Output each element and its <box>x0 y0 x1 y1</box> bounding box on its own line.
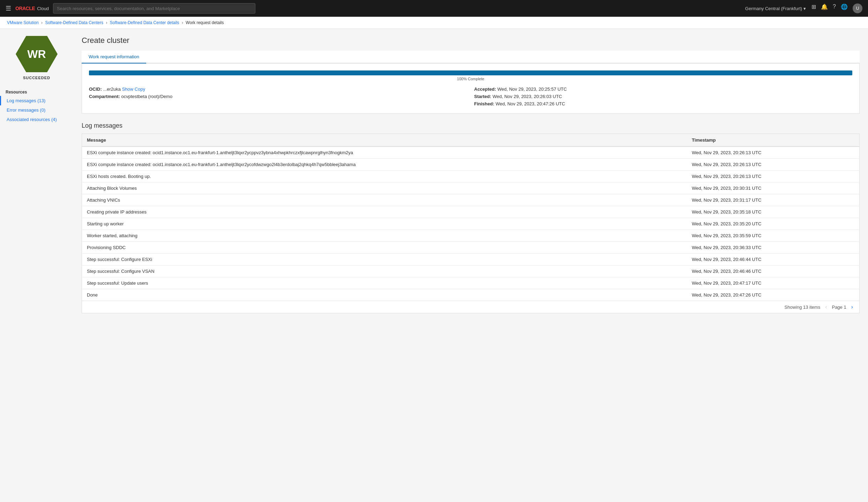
cell-message: Step successful: Update users <box>82 277 687 289</box>
progress-bar-outer <box>89 70 852 75</box>
started-label: Started: <box>474 94 491 99</box>
cell-timestamp: Wed, Nov 29, 2023, 20:26:13 UTC <box>687 147 859 159</box>
page-title: Create cluster <box>82 36 860 45</box>
sidebar-item-associated-resources[interactable]: Associated resources (4) <box>0 115 73 124</box>
cell-message: ESXi compute instance created: ocid1.ins… <box>82 147 687 159</box>
table-row: Step successful: Configure ESXi Wed, Nov… <box>82 254 860 265</box>
cell-timestamp: Wed, Nov 29, 2023, 20:46:46 UTC <box>687 265 859 277</box>
cell-message: Attaching Block Volumes <box>82 182 687 194</box>
log-messages-section-title: Log messages <box>82 122 860 129</box>
user-avatar[interactable]: U <box>853 3 862 13</box>
chevron-down-icon: ▾ <box>803 6 806 11</box>
table-footer: Showing 13 items ‹ Page 1 › <box>82 301 860 313</box>
table-row: Done Wed, Nov 29, 2023, 20:47:26 UTC <box>82 289 860 301</box>
breadcrumb-sep-2: › <box>106 20 107 25</box>
next-page-button[interactable]: › <box>850 304 854 310</box>
compartment-value-text: ocvptestbeta (root)/Demo <box>121 94 172 99</box>
accepted-value-text: Wed, Nov 29, 2023, 20:25:57 UTC <box>497 87 567 92</box>
cell-timestamp: Wed, Nov 29, 2023, 20:26:13 UTC <box>687 159 859 171</box>
cell-message: Step successful: Configure VSAN <box>82 265 687 277</box>
cell-timestamp: Wed, Nov 29, 2023, 20:30:31 UTC <box>687 182 859 194</box>
ocid-row: OCID: ...er2uka Show Copy <box>89 87 467 92</box>
page-indicator: Page 1 <box>832 305 846 310</box>
cell-timestamp: Wed, Nov 29, 2023, 20:47:17 UTC <box>687 277 859 289</box>
cell-message: Step successful: Configure ESXi <box>82 254 687 265</box>
showing-count: Showing 13 items <box>785 305 821 310</box>
compartment-label: Compartment: <box>89 94 120 99</box>
globe-icon[interactable]: 🌐 <box>841 3 848 13</box>
finished-value-text: Wed, Nov 29, 2023, 20:47:26 UTC <box>495 101 565 106</box>
tab-work-request-info[interactable]: Work request information <box>82 51 146 63</box>
sidebar-item-log-messages[interactable]: Log messages (13) <box>0 96 73 105</box>
cell-timestamp: Wed, Nov 29, 2023, 20:31:17 UTC <box>687 194 859 206</box>
cell-message: Creating private IP addresses <box>82 206 687 218</box>
oracle-logo-text: ORACLE <box>15 6 35 11</box>
info-grid: OCID: ...er2uka Show Copy Accepted: Wed,… <box>89 87 852 106</box>
finished-label: Finished: <box>474 101 494 106</box>
breadcrumb-sddc-details[interactable]: Software-Defined Data Center details <box>110 20 179 25</box>
top-nav: ☰ ORACLE Cloud Germany Central (Frankfur… <box>0 0 868 17</box>
nav-icons: ⊞ 🔔 ? 🌐 U <box>811 3 862 13</box>
ocid-label: OCID: <box>89 87 102 92</box>
cell-timestamp: Wed, Nov 29, 2023, 20:46:44 UTC <box>687 254 859 265</box>
breadcrumb-current: Work request details <box>186 20 224 25</box>
compartment-row: Compartment: ocvptestbeta (root)/Demo <box>89 94 467 99</box>
table-row: Creating private IP addresses Wed, Nov 2… <box>82 206 860 218</box>
status-badge: SUCCEEDED <box>23 76 50 80</box>
ocid-copy-link[interactable]: Copy <box>135 87 145 92</box>
breadcrumb-sep-3: › <box>182 20 183 25</box>
table-row: ESXi hosts created. Booting up. Wed, Nov… <box>82 171 860 182</box>
cell-message: Provisioning SDDC <box>82 242 687 254</box>
sidebar-section-label: Resources <box>0 87 73 96</box>
breadcrumb-vmware[interactable]: VMware Solution <box>7 20 39 25</box>
cell-message: ESXi compute instance created: ocid1.ins… <box>82 159 687 171</box>
finished-row: Finished: Wed, Nov 29, 2023, 20:47:26 UT… <box>474 101 852 106</box>
sidebar-icon-area: WR SUCCEEDED <box>0 36 73 87</box>
ocid-show-link[interactable]: Show <box>122 87 134 92</box>
table-row: Starting up worker Wed, Nov 29, 2023, 20… <box>82 218 860 230</box>
table-row: Provisioning SDDC Wed, Nov 29, 2023, 20:… <box>82 242 860 254</box>
progress-bar-inner <box>89 70 852 75</box>
breadcrumb-sddc-list[interactable]: Software-Defined Data Centers <box>45 20 103 25</box>
sidebar: WR SUCCEEDED Resources Log messages (13)… <box>0 29 73 502</box>
prev-page-button[interactable]: ‹ <box>824 304 828 310</box>
work-request-panel: 100% Complete OCID: ...er2uka Show Copy … <box>82 63 860 114</box>
col-timestamp: Timestamp <box>687 134 859 147</box>
breadcrumb: VMware Solution › Software-Defined Data … <box>0 17 868 29</box>
cell-message: Worker started, attaching <box>82 230 687 242</box>
badge-text: WR <box>27 48 46 61</box>
cell-timestamp: Wed, Nov 29, 2023, 20:47:26 UTC <box>687 289 859 301</box>
region-selector[interactable]: Germany Central (Frankfurt) ▾ <box>745 6 806 11</box>
table-row: Attaching VNICs Wed, Nov 29, 2023, 20:31… <box>82 194 860 206</box>
table-row: ESXi compute instance created: ocid1.ins… <box>82 147 860 159</box>
cell-timestamp: Wed, Nov 29, 2023, 20:26:13 UTC <box>687 171 859 182</box>
cell-message: Starting up worker <box>82 218 687 230</box>
table-row: Step successful: Configure VSAN Wed, Nov… <box>82 265 860 277</box>
progress-area: 100% Complete <box>89 70 852 81</box>
finished-row-placeholder <box>89 101 467 106</box>
region-label: Germany Central (Frankfurt) <box>745 6 802 11</box>
table-header-row: Message Timestamp <box>82 134 860 147</box>
table-row: Worker started, attaching Wed, Nov 29, 2… <box>82 230 860 242</box>
ocid-short: ...er2uka <box>103 87 121 92</box>
cell-timestamp: Wed, Nov 29, 2023, 20:36:33 UTC <box>687 242 859 254</box>
tab-bar: Work request information <box>82 51 860 63</box>
accepted-row: Accepted: Wed, Nov 29, 2023, 20:25:57 UT… <box>474 87 852 92</box>
main-layout: WR SUCCEEDED Resources Log messages (13)… <box>0 29 868 502</box>
wr-badge: WR <box>16 36 58 72</box>
log-messages-table: Message Timestamp ESXi compute instance … <box>82 134 860 301</box>
log-table-body: ESXi compute instance created: ocid1.ins… <box>82 147 860 301</box>
oracle-cloud-label: Cloud <box>37 6 49 11</box>
table-row: Step successful: Update users Wed, Nov 2… <box>82 277 860 289</box>
accepted-label: Accepted: <box>474 87 496 92</box>
cell-message: Attaching VNICs <box>82 194 687 206</box>
hamburger-menu-icon[interactable]: ☰ <box>6 5 11 12</box>
bell-icon[interactable]: 🔔 <box>821 3 828 13</box>
search-input[interactable] <box>53 3 255 14</box>
cell-message: ESXi hosts created. Booting up. <box>82 171 687 182</box>
help-icon[interactable]: ? <box>833 3 836 13</box>
progress-label: 100% Complete <box>89 77 852 81</box>
started-row: Started: Wed, Nov 29, 2023, 20:26:03 UTC <box>474 94 852 99</box>
tenancy-icon[interactable]: ⊞ <box>811 3 816 13</box>
sidebar-item-error-messages[interactable]: Error messages (0) <box>0 105 73 115</box>
